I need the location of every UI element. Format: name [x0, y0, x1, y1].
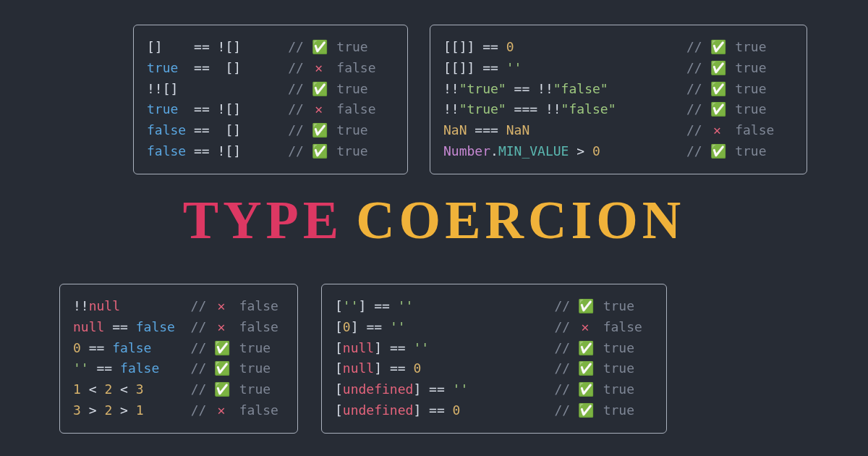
code-token	[406, 340, 414, 355]
check-icon: ✅	[214, 338, 229, 359]
code-token: [	[335, 319, 343, 334]
code-token	[186, 122, 194, 138]
expression: NaN === NaN	[443, 120, 686, 141]
code-token: ''	[343, 298, 359, 313]
result-text: true	[231, 338, 271, 359]
code-token: null	[73, 319, 104, 334]
code-token: ==	[429, 402, 445, 418]
code-token: ===	[475, 122, 498, 138]
code-line: '' == false // ✅ true	[73, 358, 284, 379]
result: // ✕ false	[686, 120, 774, 141]
title-word-2: COERCION	[356, 190, 685, 250]
result: // ✅ true	[555, 296, 635, 317]
code-token: []	[225, 60, 241, 75]
code-token: true	[147, 60, 178, 75]
code-token	[128, 319, 136, 334]
code-token	[445, 381, 453, 397]
code-token: 0	[343, 319, 351, 334]
code-line: [] == ![] // ✅ true	[147, 37, 394, 58]
comment-slashes: //	[288, 120, 312, 141]
code-token: ==	[390, 360, 406, 376]
result-text: true	[727, 141, 766, 162]
cross-icon: ✕	[214, 400, 229, 421]
code-token: ]	[374, 340, 382, 355]
code-token	[467, 122, 475, 138]
code-token: null	[343, 340, 374, 355]
code-token: true	[147, 101, 178, 117]
code-token: [[]]	[443, 60, 475, 75]
result: // ✅ true	[555, 379, 635, 400]
code-token: false	[147, 122, 186, 138]
result-text: true	[328, 120, 367, 141]
code-token: ==	[112, 319, 128, 334]
expression: !!"true" === !!"false"	[443, 99, 686, 120]
expression: !![]	[147, 79, 288, 100]
result-text: true	[595, 379, 634, 400]
result: // ✅ true	[288, 79, 368, 100]
code-token	[128, 402, 136, 418]
check-icon: ✅	[710, 79, 725, 100]
comment-slashes: //	[191, 379, 215, 400]
code-token: ''	[413, 340, 429, 355]
code-token	[421, 381, 429, 397]
code-token: ==	[89, 340, 105, 355]
expression: [null] == ''	[335, 338, 555, 359]
code-token: MIN_VALUE	[498, 143, 569, 159]
code-token: ==	[482, 60, 498, 75]
comment-slashes: //	[686, 141, 710, 162]
code-token: ==	[194, 122, 210, 138]
expression: [''] == ''	[335, 296, 555, 317]
code-token: ==	[390, 340, 406, 355]
code-line: NaN === NaN // ✕ false	[443, 120, 793, 141]
check-icon: ✅	[578, 296, 592, 317]
code-line: !!null // ✕ false	[73, 296, 284, 317]
code-token	[112, 402, 120, 418]
code-line: !![] // ✅ true	[147, 79, 394, 100]
code-token	[210, 122, 226, 138]
result-text: true	[231, 379, 271, 400]
code-line: null == false // ✕ false	[73, 317, 284, 338]
expression: [[]] == ''	[443, 58, 686, 79]
code-token: !!	[147, 81, 163, 96]
code-token	[475, 60, 482, 75]
code-token	[382, 319, 390, 334]
comment-slashes: //	[288, 58, 312, 79]
code-line: [undefined] == 0 // ✅ true	[335, 400, 653, 421]
expression: [undefined] == ''	[335, 379, 555, 400]
result: // ✅ true	[686, 37, 767, 58]
code-token	[569, 143, 576, 159]
code-token	[382, 360, 390, 376]
comment-slashes: //	[191, 358, 215, 379]
code-token: []	[225, 39, 241, 54]
comment-slashes: //	[191, 338, 215, 359]
code-token: ]	[413, 381, 421, 397]
expression: [undefined] == 0	[335, 400, 555, 421]
code-line: true == ![] // ✕ false	[147, 99, 394, 120]
comment-slashes: //	[288, 141, 312, 162]
result-text: false	[328, 58, 375, 79]
code-token	[81, 402, 89, 418]
check-icon: ✅	[214, 358, 229, 379]
code-token: 0	[413, 360, 421, 376]
code-token	[97, 402, 105, 418]
expression: null == false	[73, 317, 191, 338]
check-icon: ✅	[578, 379, 592, 400]
check-icon: ✅	[710, 99, 725, 120]
expression: [null] == 0	[335, 358, 555, 379]
result-text: false	[727, 120, 774, 141]
cross-icon: ✕	[578, 317, 592, 338]
code-token: ''	[398, 298, 414, 313]
code-token	[406, 360, 414, 376]
code-token: ==	[194, 143, 210, 159]
comment-slashes: //	[555, 358, 579, 379]
comment-slashes: //	[555, 338, 579, 359]
page-title: TYPECOERCION	[0, 190, 868, 251]
code-token: null	[343, 360, 374, 376]
code-token	[382, 340, 390, 355]
result-text: false	[231, 317, 278, 338]
code-token	[178, 60, 194, 75]
code-token: undefined	[343, 381, 414, 397]
result: // ✕ false	[191, 400, 278, 421]
result-text: true	[328, 79, 367, 100]
cross-icon: ✕	[312, 58, 326, 79]
